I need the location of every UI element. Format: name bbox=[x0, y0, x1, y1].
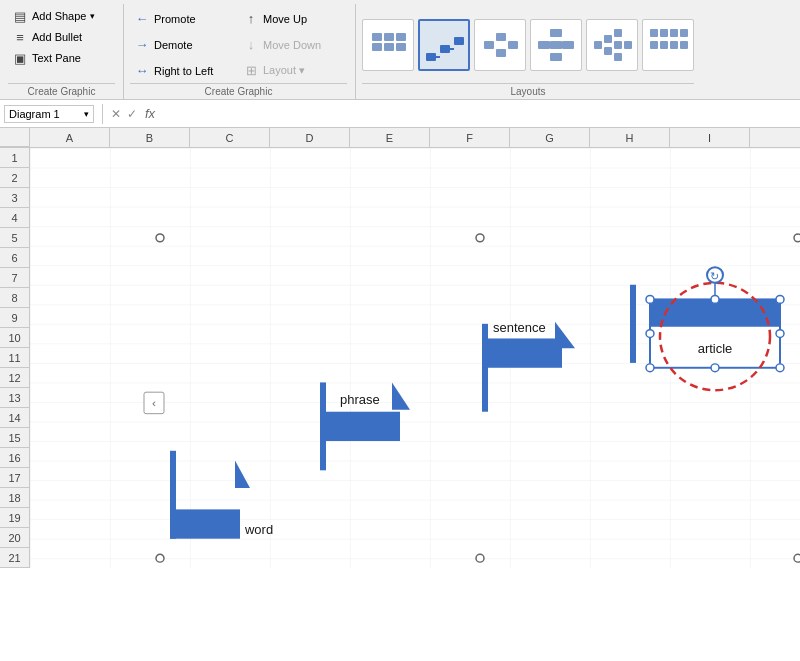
col-header-h[interactable]: H bbox=[590, 128, 670, 147]
row-header-8[interactable]: 8 bbox=[0, 288, 29, 308]
add-shape-icon: ▤ bbox=[12, 8, 28, 24]
row-header-4[interactable]: 4 bbox=[0, 208, 29, 228]
move-up-button[interactable]: ↑ Move Up bbox=[239, 6, 347, 31]
article-handle-ml[interactable] bbox=[646, 330, 654, 338]
add-shape-button[interactable]: ▤ Add Shape ▾ bbox=[8, 6, 115, 26]
svg-rect-13 bbox=[496, 49, 506, 57]
right-to-left-label: Right to Left bbox=[154, 65, 213, 77]
svg-rect-52 bbox=[630, 285, 636, 363]
row-header-3[interactable]: 3 bbox=[0, 188, 29, 208]
svg-rect-0 bbox=[372, 33, 382, 41]
layout-button[interactable]: ⊞ Layout ▾ bbox=[239, 58, 347, 83]
handle-bl[interactable] bbox=[156, 554, 164, 562]
article-handle-tl[interactable] bbox=[646, 295, 654, 303]
col-header-g[interactable]: G bbox=[510, 128, 590, 147]
layout-label: Layout ▾ bbox=[263, 64, 305, 77]
row-header-2[interactable]: 2 bbox=[0, 168, 29, 188]
row-header-9[interactable]: 9 bbox=[0, 308, 29, 328]
layout-icon-3[interactable] bbox=[474, 19, 526, 71]
col-header-a[interactable]: A bbox=[30, 128, 110, 147]
move-down-icon: ↓ bbox=[243, 37, 259, 53]
handle-bc[interactable] bbox=[476, 554, 484, 562]
add-bullet-button[interactable]: ≡ Add Bullet bbox=[8, 27, 115, 47]
col-header-c[interactable]: C bbox=[190, 128, 270, 147]
svg-rect-32 bbox=[660, 41, 668, 49]
row-header-16[interactable]: 16 bbox=[0, 448, 29, 468]
article-handle-mr[interactable] bbox=[776, 330, 784, 338]
row-header-12[interactable]: 12 bbox=[0, 368, 29, 388]
svg-rect-11 bbox=[484, 41, 494, 49]
add-bullet-icon: ≡ bbox=[12, 29, 28, 45]
row-headers: 1 2 3 4 5 6 7 8 9 10 11 12 13 14 15 16 1… bbox=[0, 148, 30, 568]
layout-icon-6[interactable] bbox=[642, 19, 694, 71]
name-box[interactable]: Diagram 1 ▾ bbox=[4, 105, 94, 123]
svg-rect-2 bbox=[384, 33, 394, 41]
ribbon-content: ▤ Add Shape ▾ ≡ Add Bullet ▣ Text Pane C… bbox=[0, 0, 800, 99]
row-header-20[interactable]: 20 bbox=[0, 528, 29, 548]
svg-rect-14 bbox=[508, 41, 518, 49]
col-header-i[interactable]: I bbox=[670, 128, 750, 147]
word-label: word bbox=[244, 522, 273, 537]
move-up-label: Move Up bbox=[263, 13, 307, 25]
formula-confirm-icon[interactable]: ✓ bbox=[127, 107, 137, 121]
formula-cancel-icon[interactable]: ✕ bbox=[111, 107, 121, 121]
article-handle-br[interactable] bbox=[776, 364, 784, 372]
svg-rect-34 bbox=[680, 41, 688, 49]
svg-rect-25 bbox=[614, 53, 622, 61]
smartart-diagram[interactable]: ‹ word phrase bbox=[30, 148, 800, 568]
row-header-17[interactable]: 17 bbox=[0, 468, 29, 488]
row-header-18[interactable]: 18 bbox=[0, 488, 29, 508]
grid-area[interactable]: ‹ word phrase bbox=[30, 148, 800, 568]
layout-icon-2[interactable] bbox=[418, 19, 470, 71]
article-handle-bl[interactable] bbox=[646, 364, 654, 372]
layout-icon-4[interactable] bbox=[530, 19, 582, 71]
handle-tr[interactable] bbox=[794, 234, 800, 242]
row-header-13[interactable]: 13 bbox=[0, 388, 29, 408]
promote-demote-grid: ← Promote ↑ Move Up → Demote ↓ Move Down… bbox=[130, 6, 347, 83]
create-graphic-label: Create Graphic bbox=[8, 83, 115, 99]
row-header-6[interactable]: 6 bbox=[0, 248, 29, 268]
row-header-14[interactable]: 14 bbox=[0, 408, 29, 428]
row-header-5[interactable]: 5 bbox=[0, 228, 29, 248]
svg-rect-31 bbox=[650, 41, 658, 49]
svg-rect-39 bbox=[170, 509, 240, 538]
create-graphic-group: ▤ Add Shape ▾ ≡ Add Bullet ▣ Text Pane C… bbox=[4, 4, 124, 99]
svg-rect-10 bbox=[454, 37, 464, 45]
name-box-arrow[interactable]: ▾ bbox=[84, 109, 89, 119]
handle-br[interactable] bbox=[794, 554, 800, 562]
svg-rect-20 bbox=[594, 41, 602, 49]
row-header-1[interactable]: 1 bbox=[0, 148, 29, 168]
move-down-button[interactable]: ↓ Move Down bbox=[239, 32, 347, 57]
name-box-value: Diagram 1 bbox=[9, 108, 60, 120]
promote-button[interactable]: ← Promote bbox=[130, 6, 238, 31]
svg-rect-30 bbox=[680, 29, 688, 37]
svg-rect-6 bbox=[426, 53, 436, 61]
row-header-21[interactable]: 21 bbox=[0, 548, 29, 568]
row-header-7[interactable]: 7 bbox=[0, 268, 29, 288]
layout-icon-1[interactable] bbox=[362, 19, 414, 71]
right-to-left-button[interactable]: ↔ Right to Left bbox=[130, 58, 238, 83]
article-handle-tr[interactable] bbox=[776, 295, 784, 303]
svg-rect-42 bbox=[320, 412, 400, 441]
demote-button[interactable]: → Demote bbox=[130, 32, 238, 57]
row-header-19[interactable]: 19 bbox=[0, 508, 29, 528]
spreadsheet: A B C D E F G H I 1 2 3 4 5 6 7 8 9 10 1… bbox=[0, 128, 800, 661]
article-handle-bc[interactable] bbox=[711, 364, 719, 372]
text-pane-button[interactable]: ▣ Text Pane bbox=[8, 48, 115, 68]
row-header-10[interactable]: 10 bbox=[0, 328, 29, 348]
article-handle-tc[interactable] bbox=[711, 295, 719, 303]
svg-rect-45 bbox=[482, 338, 562, 367]
col-header-b[interactable]: B bbox=[110, 128, 190, 147]
handle-tc[interactable] bbox=[476, 234, 484, 242]
col-header-e[interactable]: E bbox=[350, 128, 430, 147]
layout-icon-5[interactable] bbox=[586, 19, 638, 71]
svg-rect-17 bbox=[550, 41, 562, 49]
phrase-label: phrase bbox=[340, 392, 380, 407]
row-header-15[interactable]: 15 bbox=[0, 428, 29, 448]
col-header-f[interactable]: F bbox=[430, 128, 510, 147]
handle-tl[interactable] bbox=[156, 234, 164, 242]
add-shape-arrow: ▾ bbox=[90, 11, 95, 21]
col-header-d[interactable]: D bbox=[270, 128, 350, 147]
svg-text:‹: ‹ bbox=[152, 396, 156, 410]
row-header-11[interactable]: 11 bbox=[0, 348, 29, 368]
